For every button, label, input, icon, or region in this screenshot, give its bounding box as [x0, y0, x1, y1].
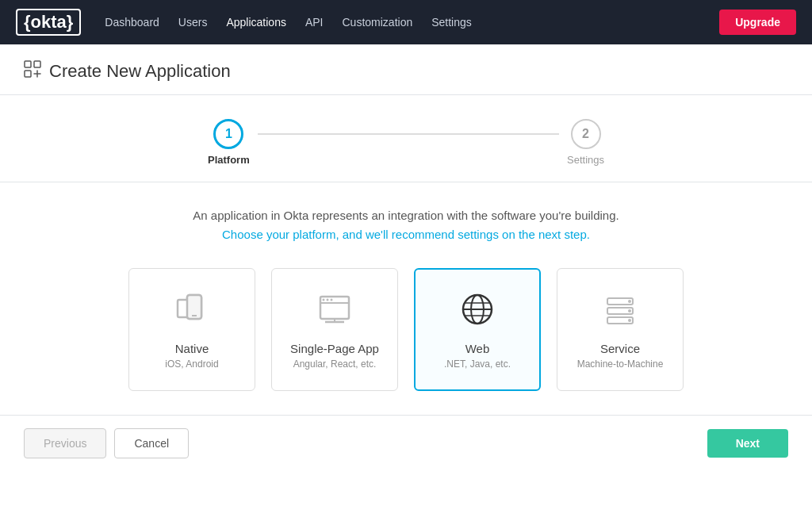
platform-card-web[interactable]: Web .NET, Java, etc.	[414, 268, 541, 391]
step-1: 1 Platform	[208, 119, 250, 166]
description-line1: An application in Okta represents an int…	[193, 209, 619, 222]
page-header: Create New Application	[0, 44, 812, 95]
web-sub: .NET, Java, etc.	[444, 358, 511, 370]
previous-button[interactable]: Previous	[24, 428, 106, 458]
spa-sub: Angular, React, etc.	[293, 358, 377, 370]
stepper: 1 Platform 2 Settings	[208, 119, 604, 166]
step-2-label: Settings	[567, 154, 604, 166]
step-1-circle: 1	[213, 119, 243, 149]
step-2: 2 Settings	[567, 119, 604, 166]
spa-icon	[316, 290, 354, 334]
native-sub: iOS, Android	[165, 358, 218, 370]
service-sub: Machine-to-Machine	[577, 358, 664, 370]
web-icon	[458, 290, 496, 334]
nav-users[interactable]: Users	[178, 16, 208, 29]
native-icon	[173, 290, 211, 334]
web-label: Web	[465, 342, 490, 355]
svg-point-27	[628, 319, 631, 322]
svg-rect-0	[25, 61, 31, 67]
stepper-section: 1 Platform 2 Settings	[0, 95, 812, 182]
cancel-button[interactable]: Cancel	[114, 428, 189, 458]
brand-logo: {okta}	[16, 9, 81, 36]
nav-api[interactable]: API	[305, 16, 324, 29]
step-1-label: Platform	[208, 154, 250, 166]
description-text: An application in Okta represents an int…	[48, 206, 764, 244]
service-label: Service	[600, 342, 640, 355]
page-title: Create New Application	[49, 61, 231, 82]
native-label: Native	[175, 342, 209, 355]
platform-card-spa[interactable]: Single-Page App Angular, React, etc.	[271, 268, 398, 391]
platform-card-service[interactable]: Service Machine-to-Machine	[557, 268, 684, 391]
svg-point-25	[628, 300, 631, 303]
svg-point-14	[331, 298, 333, 301]
step-2-circle: 2	[571, 119, 601, 149]
nav-links: Dashboard Users Applications API Customi…	[105, 16, 719, 29]
nav-dashboard[interactable]: Dashboard	[105, 16, 159, 29]
description-section: An application in Okta represents an int…	[0, 182, 812, 260]
service-icon	[601, 290, 639, 334]
navbar: {okta} Dashboard Users Applications API …	[0, 0, 812, 44]
platform-card-native[interactable]: Native iOS, Android	[128, 268, 255, 391]
svg-rect-2	[25, 71, 31, 77]
description-line2: Choose your platform, and we'll recommen…	[222, 228, 590, 241]
svg-point-12	[323, 298, 325, 301]
spa-label: Single-Page App	[290, 342, 379, 355]
page-wrapper: Create New Application 1 Platform 2 Sett…	[0, 44, 812, 506]
nav-applications[interactable]: Applications	[226, 16, 286, 29]
svg-point-26	[628, 309, 631, 312]
svg-rect-1	[34, 61, 40, 67]
create-app-icon	[24, 60, 41, 82]
nav-customization[interactable]: Customization	[343, 16, 413, 29]
next-button[interactable]: Next	[707, 429, 788, 458]
footer: Previous Cancel Next	[0, 415, 812, 471]
svg-point-13	[327, 298, 329, 301]
step-connector	[258, 133, 559, 135]
footer-left-buttons: Previous Cancel	[24, 428, 189, 458]
platform-cards: Native iOS, Android Single-Page App Angu…	[0, 260, 812, 415]
upgrade-button[interactable]: Upgrade	[719, 10, 796, 35]
nav-settings[interactable]: Settings	[431, 16, 472, 29]
